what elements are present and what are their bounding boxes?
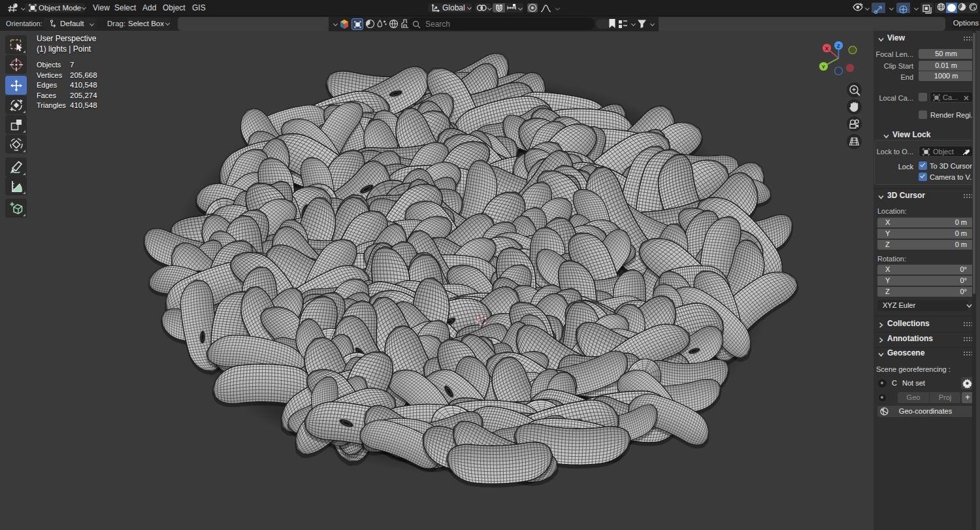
svg-text:Z: Z (837, 43, 840, 49)
svg-text:X: X (825, 46, 829, 52)
svg-text:Y: Y (822, 64, 826, 70)
